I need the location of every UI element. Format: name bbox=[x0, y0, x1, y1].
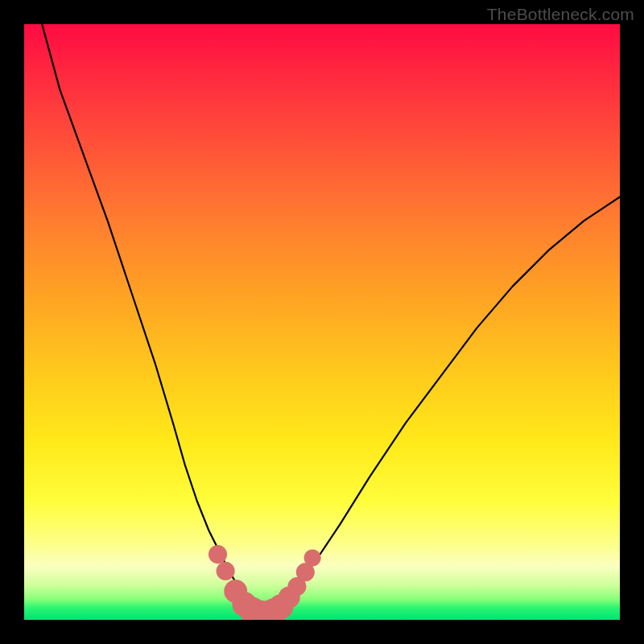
marker-dot bbox=[217, 562, 235, 580]
chart-svg bbox=[24, 24, 620, 620]
plot-area bbox=[24, 24, 620, 620]
series-left_curve bbox=[42, 24, 258, 614]
chart-frame: TheBottleneck.com bbox=[0, 0, 644, 644]
curve-layer bbox=[42, 24, 620, 617]
marker-layer bbox=[208, 545, 321, 620]
marker-dot bbox=[304, 549, 321, 566]
watermark-text: TheBottleneck.com bbox=[487, 5, 634, 24]
series-right_curve bbox=[275, 197, 620, 614]
marker-dot bbox=[208, 545, 227, 564]
